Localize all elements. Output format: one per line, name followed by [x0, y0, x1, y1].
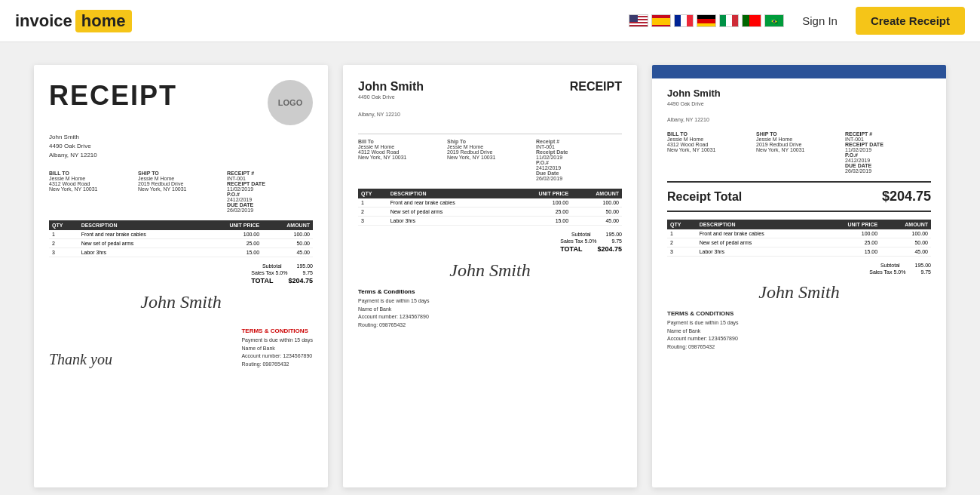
- card3-signature-area: John Smith: [667, 282, 931, 303]
- card2-routing: Routing: 098765432: [358, 321, 622, 330]
- card3-bank-name: Name of Bank: [667, 327, 931, 336]
- card3-th-unit: UNIT PRICE: [819, 220, 880, 229]
- card1-terms-title: TERMS & CONDITIONS: [241, 327, 313, 334]
- card2-subtotal-row: Subtotal 195.00: [358, 232, 622, 237]
- card2-bank-name: Name of Bank: [358, 306, 622, 314]
- card2-bill-name: Jessie M Home: [358, 144, 444, 149]
- it-flag-icon[interactable]: [719, 14, 739, 27]
- card2-total-value: $204.75: [597, 245, 622, 253]
- card2-subtotal-value: 195.00: [606, 232, 622, 237]
- card2-po-num: 2412/2019: [536, 165, 622, 171]
- logo-home-text: home: [75, 10, 132, 32]
- card3-terms-text: Payment is due within 15 days: [667, 319, 931, 327]
- logo: invoice home: [15, 10, 132, 32]
- fr-flag-icon[interactable]: [674, 14, 694, 27]
- logo-invoice-text: invoice: [15, 11, 72, 31]
- card2-signature-area: John Smith: [358, 260, 622, 281]
- card2-receipt-date: 11/02/2019: [536, 155, 622, 160]
- card1-due-date-label: DUE DATE: [227, 202, 313, 208]
- card1-po-num: 2412/2019: [227, 197, 313, 202]
- card2-bill-to-label: Bill To: [358, 139, 444, 144]
- card1-addr2: Albany, NY 12210: [49, 151, 313, 160]
- card3-ship-name: Jessie M Home: [756, 137, 842, 142]
- card3-totals: Subtotal 195.00 Sales Tax 5.0% 9.75: [667, 263, 931, 275]
- card1-ship-addr2: New York, NY 10031: [138, 186, 224, 192]
- table-row: 2New set of pedal arms25.0050.00: [49, 239, 313, 248]
- card2-receipt-label: RECEIPT: [570, 80, 622, 94]
- card2-total-row: TOTAL $204.75: [358, 245, 622, 253]
- card1-thank-you-area: Thank you: [49, 351, 112, 368]
- card1-th-amount: AMOUNT: [262, 220, 313, 230]
- create-receipt-button[interactable]: Create Receipt: [856, 7, 965, 35]
- card3-bill-name: Jessie M Home: [667, 137, 753, 142]
- card3-bill-to-label: BILL TO: [667, 131, 753, 137]
- card1-terms-text: Payment is due within 15 days: [241, 337, 313, 345]
- card1-table: QTY DESCRIPTION UNIT PRICE AMOUNT 1Front…: [49, 220, 313, 257]
- card2-th-qty: QTY: [358, 189, 387, 198]
- card2-bill-addr1: 4312 Wood Road: [358, 149, 444, 155]
- card2-receipt-num: INT-001: [536, 144, 622, 149]
- card1-total-value: $204.75: [288, 277, 313, 284]
- de-flag-icon[interactable]: [697, 14, 716, 27]
- card2-tax-row: Sales Tax 5.0% 9.75: [358, 238, 622, 244]
- card3-subtotal-row: Subtotal 195.00: [667, 263, 931, 268]
- card1-ship-name: Jessie M Home: [138, 176, 224, 181]
- card1-ship-addr1: 2019 Redbud Drive: [138, 181, 224, 186]
- card1-customer-name: John Smith: [49, 133, 313, 142]
- sign-in-button[interactable]: Sign In: [793, 10, 847, 32]
- card1-totals: Subtotal 195.00 Sales Tax 5.0% 9.75 TOTA…: [49, 263, 313, 284]
- card3-th-qty: QTY: [667, 220, 697, 229]
- card2-totals: Subtotal 195.00 Sales Tax 5.0% 9.75 TOTA…: [358, 232, 622, 253]
- card2-due-date: 26/02/2019: [536, 176, 622, 181]
- card1-customer-info: John Smith 4490 Oak Drive Albany, NY 122…: [49, 133, 313, 160]
- es-flag-icon[interactable]: [651, 14, 671, 27]
- card3-addr2: Albany, NY 12210: [667, 116, 931, 125]
- card2-th-desc: DESCRIPTION: [387, 189, 510, 198]
- card1-routing: Routing: 098765432: [241, 361, 313, 369]
- card2-total-label: TOTAL: [560, 245, 582, 253]
- card2-po-label: P.O.#: [536, 160, 622, 165]
- pt-flag-icon[interactable]: [742, 14, 761, 27]
- card1-title: RECEIPT: [49, 80, 177, 112]
- card1-bottom: Thank you TERMS & CONDITIONS Payment is …: [49, 320, 313, 368]
- table-row: 1Front and rear brake cables100.00100.00: [49, 230, 313, 239]
- card1-th-desc: DESCRIPTION: [78, 220, 201, 230]
- card3-th-desc: DESCRIPTION: [697, 220, 819, 229]
- card2-subtotal-label: Subtotal: [571, 232, 591, 237]
- card3-ship-addr1: 2019 Redbud Drive: [756, 142, 842, 147]
- card3-top-bar: [652, 65, 946, 78]
- br-flag-icon[interactable]: 🇧🇷: [764, 14, 784, 27]
- card3-signature: John Smith: [667, 282, 931, 303]
- card2-ship-to-label: Ship To: [447, 139, 533, 144]
- card1-th-qty: QTY: [49, 220, 78, 230]
- card3-name: John Smith: [667, 88, 931, 99]
- receipt-card-classic: RECEIPT LOGO John Smith 4490 Oak Drive A…: [34, 65, 328, 487]
- card3-table: QTY DESCRIPTION UNIT PRICE AMOUNT 1Front…: [667, 220, 931, 257]
- card2-account: Account number: 1234567890: [358, 313, 622, 321]
- card1-thank-you: Thank you: [49, 351, 112, 368]
- card3-subtotal-label: Subtotal: [880, 263, 900, 268]
- table-row: 1Front and rear brake cables100.00100.00: [667, 229, 931, 238]
- card1-total-row: TOTAL $204.75: [49, 277, 313, 284]
- card3-th-amount: AMOUNT: [880, 220, 931, 229]
- table-row: 3Labor 3hrs15.0045.00: [49, 248, 313, 257]
- card3-due-date-label: DUE DATE: [845, 163, 931, 168]
- us-flag-icon[interactable]: [629, 14, 648, 27]
- card3-receipt-date: 11/02/2019: [845, 147, 931, 152]
- card3-receipt-num: INT-001: [845, 137, 931, 142]
- card1-account: Account number: 1234567890: [241, 352, 313, 361]
- card2-header: John Smith 4490 Oak Drive Albany, NY 122…: [358, 80, 622, 128]
- card3-subtotal-value: 195.00: [915, 263, 931, 268]
- card2-table: QTY DESCRIPTION UNIT PRICE AMOUNT 1Front…: [358, 189, 622, 226]
- receipt-card-blue: John Smith 4490 Oak Drive Albany, NY 122…: [652, 65, 946, 487]
- receipt-card-modern: John Smith 4490 Oak Drive Albany, NY 122…: [343, 65, 637, 487]
- card1-bill-to-label: BILL TO: [49, 171, 135, 176]
- card1-po-label: P.O.#: [227, 192, 313, 197]
- card3-terms: TERMS & CONDITIONS Payment is due within…: [667, 310, 931, 351]
- card1-ship-to-label: SHIP TO: [138, 171, 224, 176]
- card2-receipt-num-label: Receipt #: [536, 139, 622, 144]
- flags-container: 🇧🇷: [629, 14, 784, 27]
- card2-addr2: Albany, NY 12210: [358, 111, 424, 119]
- card3-routing: Routing: 098765432: [667, 343, 931, 352]
- card1-bill-addr1: 4312 Wood Road: [49, 181, 135, 186]
